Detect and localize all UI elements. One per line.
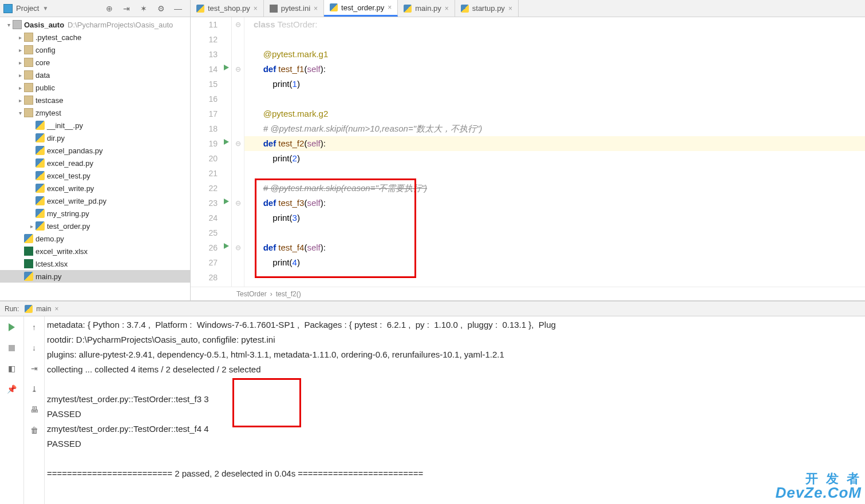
chevron-icon[interactable]: ▸	[16, 85, 24, 91]
console-line: rootdir: D:\PycharmProjects\Oasis_auto, …	[47, 332, 865, 347]
tree-file[interactable]: excel_write.py	[0, 182, 190, 195]
down-icon[interactable]: ↓	[29, 343, 40, 353]
tree-file[interactable]: excel_write_pd.py	[0, 195, 190, 207]
run-gutter-icon[interactable]	[224, 139, 229, 145]
tree-file[interactable]: excel_read.py	[0, 157, 190, 169]
tree-folder[interactable]: ▸public	[0, 81, 190, 94]
code-line[interactable]	[244, 270, 865, 285]
tree-file[interactable]: excel_write.xlsx	[0, 245, 190, 257]
code-line[interactable]: def test_f2(self):	[244, 136, 865, 151]
locate-icon[interactable]: ⊕	[104, 3, 114, 14]
folder-icon	[24, 45, 33, 54]
console-line: ========================= 2 passed, 2 de…	[47, 466, 865, 481]
run-gutter-icon[interactable]	[224, 243, 229, 249]
expand-icon[interactable]: ⇥	[121, 3, 132, 14]
chevron-icon[interactable]: ▾	[16, 110, 24, 116]
tree-file[interactable]: excel_test.py	[0, 169, 190, 182]
console-output[interactable]: 开 发 者 DevZe.CoM metadata: { Python : 3.7…	[45, 316, 865, 504]
scroll-to-end-icon[interactable]: ⤓	[29, 384, 40, 394]
breadcrumb-class[interactable]: TestOrder	[236, 290, 267, 298]
close-icon[interactable]: ×	[54, 305, 58, 313]
tab-test_shop-py[interactable]: test_shop.py×	[191, 0, 264, 17]
tree-folder[interactable]: ▸testcase	[0, 94, 190, 106]
tree-root[interactable]: ▾Oasis_autoD:\PycharmProjects\Oasis_auto	[0, 18, 190, 31]
close-icon[interactable]: ×	[508, 5, 512, 13]
print-icon[interactable]: 🖶	[29, 404, 40, 415]
run-toolbar-primary: ◧ 📌	[0, 316, 24, 504]
chevron-icon[interactable]: ▸	[16, 34, 24, 41]
code-line[interactable]: def test_f4(self):	[244, 240, 865, 255]
close-icon[interactable]: ×	[314, 5, 318, 13]
stop-icon[interactable]	[7, 343, 17, 353]
run-gutter-icon[interactable]	[224, 199, 229, 204]
code-line[interactable]: @pytest.mark.g1	[244, 47, 865, 62]
code-line[interactable]: class TestOrder:	[244, 17, 865, 32]
soft-wrap-icon[interactable]: ⇥	[29, 363, 40, 374]
tree-file[interactable]: ▸test_order.py	[0, 220, 190, 232]
tab-main-py[interactable]: main.py×	[398, 0, 455, 17]
tree-file[interactable]: lctest.xlsx	[0, 257, 190, 270]
code-line[interactable]: print(1)	[244, 77, 865, 92]
layout-icon[interactable]: ◧	[7, 363, 17, 374]
chevron-down-icon[interactable]: ▼	[42, 5, 48, 11]
code-line[interactable]: print(3)	[244, 211, 865, 225]
code-line[interactable]: print(2)	[244, 151, 865, 166]
run-header: Run: main ×	[0, 301, 865, 316]
code-line[interactable]	[244, 92, 865, 106]
tree-folder[interactable]: ▸.pytest_cache	[0, 31, 190, 43]
code-line[interactable]: def test_f3(self):	[244, 196, 865, 211]
up-icon[interactable]: ↑	[29, 322, 40, 332]
tree-file[interactable]: my_string.py	[0, 207, 190, 220]
code-line[interactable]	[244, 32, 865, 47]
tree-folder[interactable]: ▸config	[0, 43, 190, 56]
tree-folder[interactable]: ▸data	[0, 69, 190, 81]
chevron-icon[interactable]: ▸	[16, 47, 24, 53]
chevron-icon[interactable]: ▸	[16, 97, 24, 104]
project-pane-label[interactable]: Project	[16, 4, 39, 13]
rerun-icon[interactable]	[7, 322, 17, 332]
chevron-icon[interactable]: ▸	[16, 59, 24, 66]
code-line[interactable]: # @pytest.mark.skip(reason="不需要执行")	[244, 181, 865, 196]
close-icon[interactable]: ×	[388, 3, 392, 11]
trash-icon[interactable]: 🗑	[29, 425, 40, 435]
chevron-icon[interactable]: ▾	[5, 22, 13, 28]
tab-startup-py[interactable]: startup.py×	[455, 0, 519, 17]
tab-test_order-py[interactable]: test_order.py×	[324, 0, 398, 17]
gear-icon[interactable]: ⚙	[156, 3, 166, 14]
chevron-icon[interactable]: ▸	[16, 72, 24, 78]
breadcrumb[interactable]: TestOrder › test_f2()	[191, 287, 865, 300]
close-icon[interactable]: ×	[254, 5, 258, 13]
tree-file[interactable]: __init__.py	[0, 119, 190, 132]
project-tree[interactable]: ▾Oasis_autoD:\PycharmProjects\Oasis_auto…	[0, 17, 190, 300]
python-file-icon	[330, 3, 338, 11]
tree-file[interactable]: dir.py	[0, 132, 190, 144]
code-line[interactable]: def test_f1(self):	[244, 62, 865, 77]
tree-file[interactable]: excel_pandas.py	[0, 144, 190, 157]
tree-file[interactable]: demo.py	[0, 232, 190, 245]
code-line[interactable]	[244, 166, 865, 181]
collapse-icon[interactable]: ✶	[139, 3, 149, 14]
tab-pytest-ini[interactable]: pytest.ini×	[264, 0, 324, 17]
code-line[interactable]	[244, 225, 865, 240]
tab-label: test_order.py	[341, 3, 384, 12]
tree-file[interactable]: main.py	[0, 270, 190, 283]
run-config-name[interactable]: main	[36, 305, 51, 313]
tree-folder[interactable]: ▸core	[0, 56, 190, 69]
run-tool-window: Run: main × ◧ 📌 ↑ ↓ ⇥ ⤓ 🖶 🗑	[0, 301, 865, 504]
code-line[interactable]: @pytest.mark.g2	[244, 106, 865, 121]
project-tool-header: Project ▼ ⊕ ⇥ ✶ ⚙ —	[0, 0, 190, 17]
chevron-icon[interactable]: ▸	[27, 223, 35, 229]
python-file-icon	[35, 158, 45, 168]
breadcrumb-fn[interactable]: test_f2()	[276, 290, 301, 298]
code-body[interactable]: class TestOrder: @pytest.mark.g1 def tes…	[244, 17, 865, 287]
hide-icon[interactable]: —	[173, 3, 183, 14]
close-icon[interactable]: ×	[445, 5, 449, 13]
console-line: plugins: allure-pytest-2.9.41, dependenc…	[47, 347, 865, 362]
run-gutter-icon[interactable]	[224, 65, 229, 70]
code-editor[interactable]: 111213141516171819202122232425262728 ⊖⊖⊖…	[191, 17, 865, 287]
code-line[interactable]: print(4)	[244, 255, 865, 270]
folder-icon	[24, 96, 33, 105]
pin-icon[interactable]: 📌	[7, 384, 17, 394]
code-line[interactable]: # @pytest.mark.skipif(num>10,reason="数太大…	[244, 121, 865, 136]
tree-folder-zmytest[interactable]: ▾zmytest	[0, 106, 190, 119]
